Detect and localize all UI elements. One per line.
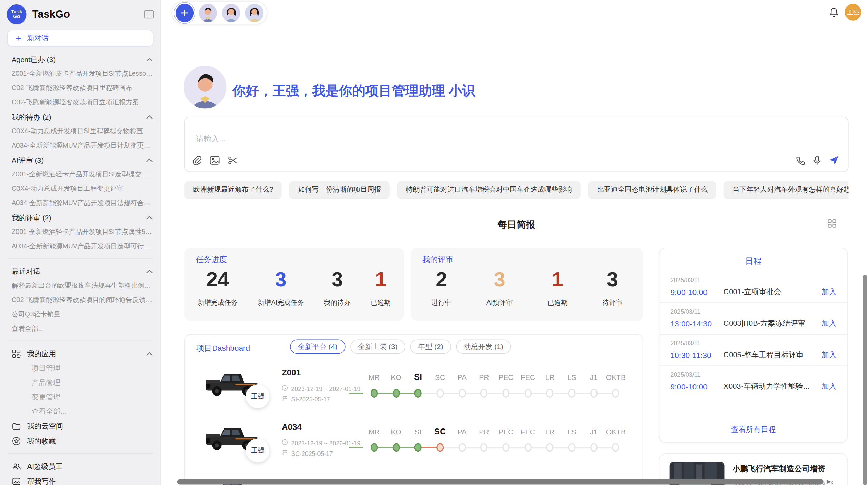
section-header[interactable]: Agent已办 (3) [0,52,160,66]
app-sub-item[interactable]: 变更管理 [0,390,160,404]
section-header[interactable]: AI评审 (3) [0,153,160,167]
suggestion-chip[interactable]: 比亚迪全固态电池计划具体说了什么 [588,181,717,199]
layout-grid-icon[interactable] [828,219,836,230]
sidebar-item[interactable]: C02-飞腾新能源轻客改款项目立项汇报方案 [0,95,160,110]
recent-conversation-item[interactable]: C02-飞腾新能源轻客改款项目的闭环通告反馈情况 [0,293,160,307]
sidebar-item-favorites-star[interactable]: 我的收藏 [0,434,160,449]
sidebar-item[interactable]: C02-飞腾新能源轻客改款项目里程碑画布 [0,81,160,95]
dashboard-tab[interactable]: 全新平台 (4) [290,339,345,354]
milestone-dot[interactable] [546,443,554,452]
milestone: PEC [495,373,517,401]
milestone-dot[interactable] [502,443,509,452]
view-all-schedule-link[interactable]: 查看所有日程 [659,425,847,435]
milestone: SC [429,373,451,401]
dashboard-tab[interactable]: 动总开发 (1) [456,339,511,354]
sidebar-item[interactable]: C0X4-动力总成开发项目工程变更评审 [0,182,160,196]
view-all-conversations-link[interactable]: 查看全部... [0,321,160,336]
sidebar-item-cloud-folder[interactable]: 我的云空间 [0,419,160,434]
app-sub-item[interactable]: 查看全部... [0,404,160,419]
stat: 1已逾期 [371,269,391,308]
dashboard-tab[interactable]: 全新上装 (3) [350,339,405,354]
section-header[interactable]: 我的评审 (2) [0,210,160,225]
milestone: PR [473,427,495,455]
join-button[interactable]: 加入 [821,350,836,360]
sidebar-item[interactable]: C0X4-动力总成开发项目SI里程碑提交物检查 [0,124,160,138]
milestone-dot[interactable] [480,443,487,452]
join-button[interactable]: 加入 [821,382,836,391]
sidebar-item[interactable]: A034-全新新能源MUV产品开发项目计划变更表编写 [0,138,160,153]
milestone-dot[interactable] [371,443,378,452]
milestone-dot[interactable] [568,389,576,398]
milestone-dot[interactable] [393,443,400,452]
milestone-dot[interactable] [524,389,531,398]
milestone-dot[interactable] [436,389,444,398]
milestone-dot[interactable] [612,443,619,452]
milestone-dot[interactable] [436,443,444,452]
chevron-up-icon[interactable] [146,158,153,163]
join-button[interactable]: 加入 [821,319,836,328]
suggestion-chip[interactable]: 欧洲新规最近颁布了什么? [184,181,282,199]
send-icon[interactable] [829,156,839,165]
agent-avatar[interactable] [199,3,217,22]
milestone-dot[interactable] [502,389,509,398]
vertical-scrollbar[interactable] [863,275,867,485]
milestone-dot[interactable] [393,389,400,398]
recent-conversation-item[interactable]: 公司Q3轻卡销量 [0,307,160,321]
notification-bell-icon[interactable] [829,7,839,20]
milestone-dot[interactable] [612,389,619,398]
sidebar-item[interactable]: Z001-全新燃油皮卡产品开发项目SI节点Lesson Learn报告 [0,66,160,81]
screenshot-scissors-icon[interactable] [228,156,237,165]
suggestion-chip[interactable]: 特朗普可能对进口汽车增税会对中国车企造成哪些影响 [397,181,581,199]
milestone-dot[interactable] [590,389,598,398]
milestone-dot[interactable] [458,389,466,398]
voice-call-icon[interactable] [796,156,805,165]
chevron-up-icon[interactable] [146,351,153,356]
section-header[interactable]: 我的待办 (2) [0,110,160,124]
agent-avatar[interactable] [222,3,240,22]
chevron-up-icon[interactable] [146,216,153,220]
chevron-up-icon[interactable] [146,269,153,274]
milestone-dot[interactable] [524,443,531,452]
attach-file-icon[interactable] [192,156,201,165]
schedule-event: 2025/03/1110:30-11:30C005-整车工程目标评审加入 [659,334,847,365]
user-avatar[interactable]: 王强 [845,4,861,20]
message-input[interactable] [195,134,693,144]
milestone-dot[interactable] [371,389,378,398]
milestone-dot[interactable] [414,443,422,452]
app-sub-item[interactable]: 项目管理 [0,361,160,375]
chevron-up-icon[interactable] [146,58,153,62]
sidebar-item[interactable]: A034-全新新能源MUV产品开发项目造型可行性评审 [0,239,160,253]
milestone-label: FEC [517,373,539,382]
agent-avatar[interactable] [245,3,263,22]
schedule-card: 日程 2025/03/119:00-10:00C001-立项审批会加入2025/… [659,248,848,442]
favorites-star-icon [12,437,21,445]
recent-section-header[interactable]: 最近对话 [0,264,160,278]
attach-image-icon[interactable] [210,156,220,165]
app-title: TaskGo [32,8,144,21]
sidebar-item-write[interactable]: 帮我写作 [0,474,160,485]
milestone-dot[interactable] [590,443,598,452]
new-chat-button[interactable]: ＋ 新对话 [7,30,153,46]
microphone-icon[interactable] [813,156,821,165]
sidebar-item[interactable]: A034-全新新能源MUV产品开发项目法规符合性评审 [0,196,160,210]
chevron-up-icon[interactable] [146,115,153,120]
milestone-dot[interactable] [480,389,487,398]
dashboard-tab[interactable]: 年型 (2) [410,339,451,354]
milestone-dot[interactable] [546,389,554,398]
suggestion-chip[interactable]: 如何写一份清晰的项目周报 [289,181,390,199]
sidebar-item-my-apps[interactable]: 我的应用 [0,346,160,361]
sidebar-item-ai-staff[interactable]: AI超级员工 [0,459,160,474]
app-sub-item[interactable]: 产品管理 [0,375,160,390]
recent-conversation-item[interactable]: 解释最新出台的欧盟报废车法规再生塑料比例被调至15%... [0,278,160,293]
join-button[interactable]: 加入 [821,287,836,297]
scrollbar-right-arrow[interactable] [827,480,831,484]
milestone-dot[interactable] [458,443,466,452]
panel-collapse-icon[interactable] [144,10,154,19]
sidebar-item[interactable]: Z001-全新燃油轻卡产品开发项目SI节点属性5D文件评审 [0,225,160,239]
horizontal-scrollbar[interactable] [177,479,824,484]
milestone-dot[interactable] [568,443,576,452]
add-agent-button[interactable] [176,3,194,22]
suggestion-chip[interactable]: 当下年轻人对汽车外观有怎样的喜好趋势 [724,181,848,199]
milestone-dot[interactable] [414,389,422,398]
sidebar-item[interactable]: Z001-全新燃油轻卡产品开发项目SI造型提交物评审 [0,167,160,182]
